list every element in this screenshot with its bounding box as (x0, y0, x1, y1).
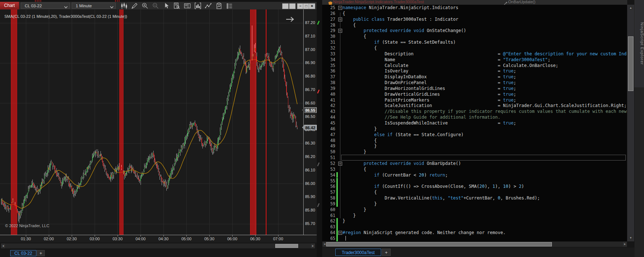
line-number: 59 (322, 201, 335, 206)
line-number: 54 (322, 173, 335, 178)
code-line[interactable]: 29− protected override void OnStateChang… (322, 28, 627, 33)
scrollbar-thumb[interactable] (326, 242, 552, 246)
breadcrumb-member-dropdown[interactable]: OnBarUpdate() (508, 0, 536, 4)
properties-icon[interactable] (226, 3, 233, 9)
code-text: { (343, 138, 377, 143)
code-line[interactable]: 46 } (322, 126, 627, 132)
code-line[interactable]: 64−#region NinjaScript generated code. N… (322, 230, 627, 236)
code-text: } (343, 149, 366, 154)
zoom-in-icon[interactable] (141, 3, 149, 9)
data-series-icon[interactable] (194, 3, 202, 9)
code-line[interactable]: 44 //See Help Guide for additional infor… (322, 114, 627, 120)
code-line[interactable]: 40 DrawVerticalGridLines = true; (322, 91, 627, 97)
chart-document-tab[interactable]: CL 03-22 (10, 250, 36, 256)
code-line[interactable]: 49 } (322, 143, 627, 149)
code-text: } (343, 126, 377, 131)
code-line[interactable]: 60 } (322, 207, 627, 213)
code-line[interactable]: 52− protected override void OnBarUpdate(… (322, 161, 627, 166)
code-line[interactable]: 28 { (322, 22, 627, 28)
add-tab-button[interactable]: + (37, 250, 45, 256)
code-line[interactable]: 45 IsSuspendedWhileInactive = true; (322, 120, 627, 126)
toolbar-blank-button-2[interactable] (289, 3, 296, 9)
add-tab-button[interactable]: + (382, 249, 391, 256)
right-edge-strip (635, 87, 644, 257)
code-line[interactable]: 30 { (322, 33, 627, 39)
line-number: 52 (322, 161, 335, 166)
editor-horizontal-scrollbar[interactable]: ◂ ▸ (322, 241, 627, 247)
gray-tick-mark (317, 203, 320, 207)
line-number: 35 (322, 63, 335, 68)
scroll-right-icon[interactable]: ▸ (623, 242, 627, 246)
breadcrumb-class-dropdown[interactable]: NinjaTrader.NinjaScript.Indicators.Trade… (333, 0, 424, 4)
code-editor[interactable]: 25−namespace NinjaTrader.NinjaScript.Ind… (322, 5, 627, 241)
instrument-dropdown[interactable]: CL 03-22 (21, 3, 70, 9)
editor-document-tab[interactable]: Trader3000aTest (335, 249, 381, 256)
code-line[interactable]: 50 } (322, 149, 627, 155)
code-line[interactable]: 63 (322, 224, 627, 230)
chart-plot[interactable]: SMA(CL 03-22 (1 Minute),20), Trader3000a… (0, 9, 303, 235)
pointer-icon[interactable] (162, 3, 170, 9)
price-axis-label: 87.00 (305, 47, 315, 52)
close-button[interactable]: ✕ (309, 3, 315, 9)
draw-icon[interactable] (131, 3, 138, 9)
ninjascript-explorer-tab[interactable]: NinjaScript Explorer (635, 0, 644, 87)
code-line[interactable]: 27− public class Trader3000aTest : Indic… (322, 16, 627, 22)
code-line[interactable]: 38 DrawOnPricePanel = true; (322, 80, 627, 86)
scroll-up-icon[interactable]: ▴ (629, 5, 633, 10)
interval-dropdown[interactable]: 1 Minute (72, 3, 116, 9)
chart-horizontal-scrollbar[interactable]: ◂ ▸ (1, 243, 315, 249)
price-axis-label: 85.70 (305, 221, 315, 226)
code-line[interactable]: 48 { (322, 138, 627, 143)
code-line[interactable]: 61 } (322, 213, 627, 218)
code-line[interactable]: 59 } (322, 201, 627, 207)
indicators-icon[interactable] (205, 3, 212, 9)
code-line[interactable]: 43 //Disable this property if your indic… (322, 108, 627, 114)
code-line[interactable]: 65 (322, 236, 627, 241)
code-line[interactable]: 39 DrawHorizontalGridLines = true; (322, 86, 627, 91)
zoom-out-icon[interactable] (152, 3, 159, 9)
code-line[interactable]: 57 { (322, 189, 627, 195)
code-line[interactable]: 47 else if (State == State.Configure) (322, 132, 627, 138)
code-line[interactable]: 55 (322, 178, 627, 184)
code-line[interactable]: 36 IsOverlay = true; (322, 68, 627, 74)
code-line[interactable]: 51 (322, 155, 627, 161)
code-line[interactable]: 58 Draw.VerticalLine(this, "test"+Curren… (322, 195, 627, 201)
scrollbar-thumb[interactable] (275, 244, 298, 248)
time-axis[interactable]: 01:3002:0002:3003:0003:3004:0004:3005:00… (0, 235, 317, 242)
code-line[interactable]: 25−namespace NinjaTrader.NinjaScript.Ind… (322, 5, 627, 11)
chart-window-tab[interactable]: Chart (0, 2, 19, 9)
code-line[interactable]: 35 Calculate = Calculate.OnBarClose; (322, 63, 627, 68)
code-line[interactable]: 41 PaintPriceMarkers = true; (322, 97, 627, 103)
code-text: } (343, 213, 356, 218)
code-line[interactable]: 42 ScaleJustification = NinjaTrader.Gui.… (322, 103, 627, 108)
scroll-to-latest-arrow-icon[interactable] (285, 16, 295, 23)
scroll-down-icon[interactable]: ▾ (629, 236, 633, 240)
scroll-left-icon[interactable]: ◂ (1, 244, 5, 248)
code-line[interactable]: 32 { (322, 45, 627, 51)
chart-trader-icon[interactable] (173, 3, 181, 9)
price-axis-label: 86.50 (305, 114, 315, 119)
strategies-icon[interactable] (215, 3, 223, 9)
code-line[interactable]: 54 if (CurrentBar < 20) return; (322, 172, 627, 178)
code-line[interactable]: 62} (322, 218, 627, 224)
editor-vertical-scrollbar[interactable]: ▴ ▾ (627, 5, 634, 241)
price-axis-label: 85.80 (305, 208, 315, 212)
code-line[interactable]: 31 if (State == State.SetDefaults) (322, 39, 627, 45)
line-number: 39 (322, 86, 335, 91)
price-axis[interactable]: 87.2087.1087.0086.9086.8086.7086.6086.50… (303, 9, 317, 235)
scroll-right-icon[interactable]: ▸ (311, 244, 315, 248)
scrollbar-thumb[interactable] (628, 36, 633, 91)
code-line[interactable]: 53 { (322, 166, 627, 172)
code-line[interactable]: 26{ (322, 11, 627, 16)
bars-icon[interactable] (120, 3, 128, 9)
time-axis-label: 05:00 (178, 237, 194, 241)
code-line[interactable]: 56 if (CountIf(() => CrossAbove(Close, S… (322, 183, 627, 189)
fold-collapse-icon[interactable]: − (338, 6, 342, 10)
panel-icon[interactable] (183, 3, 191, 9)
code-line[interactable]: 37 DisplayInDataBox = true; (322, 74, 627, 80)
code-line[interactable]: 34 Name = "Trader3000aTest"; (322, 57, 627, 63)
toolbar-blank-button-1[interactable] (282, 3, 289, 9)
code-line[interactable]: 33 Description = @"Enter the description… (322, 51, 627, 57)
fold-collapse-icon[interactable]: − (338, 231, 342, 235)
price-axis-label: 86.70 (305, 87, 315, 92)
